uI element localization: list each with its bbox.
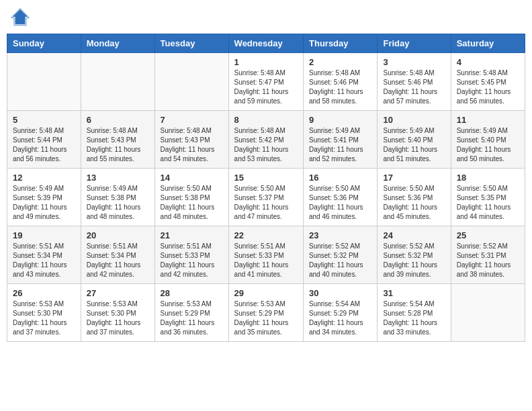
column-header-thursday: Thursday (304, 34, 378, 53)
day-number: 18 (457, 173, 519, 183)
day-number: 19 (13, 230, 75, 240)
day-info: Sunrise: 5:50 AM Sunset: 5:38 PM Dayligh… (161, 184, 223, 222)
calendar-cell: 4Sunrise: 5:48 AM Sunset: 5:45 PM Daylig… (451, 53, 525, 111)
day-number: 2 (309, 57, 371, 67)
day-number: 6 (87, 115, 149, 125)
day-number: 14 (161, 173, 223, 183)
calendar-cell: 23Sunrise: 5:52 AM Sunset: 5:32 PM Dayli… (304, 226, 378, 284)
day-number: 31 (383, 288, 445, 298)
column-header-friday: Friday (378, 34, 451, 53)
day-info: Sunrise: 5:50 AM Sunset: 5:35 PM Dayligh… (457, 184, 519, 222)
day-info: Sunrise: 5:53 AM Sunset: 5:29 PM Dayligh… (161, 300, 223, 337)
day-number: 4 (457, 57, 519, 67)
day-info: Sunrise: 5:54 AM Sunset: 5:28 PM Dayligh… (383, 300, 445, 337)
day-info: Sunrise: 5:50 AM Sunset: 5:36 PM Dayligh… (309, 184, 371, 222)
calendar-cell: 15Sunrise: 5:50 AM Sunset: 5:37 PM Dayli… (228, 169, 303, 226)
day-info: Sunrise: 5:49 AM Sunset: 5:40 PM Dayligh… (457, 126, 519, 164)
day-number: 26 (13, 288, 75, 298)
calendar-cell: 19Sunrise: 5:51 AM Sunset: 5:34 PM Dayli… (7, 226, 81, 284)
day-number: 23 (309, 230, 371, 240)
day-number: 13 (87, 173, 149, 183)
day-info: Sunrise: 5:49 AM Sunset: 5:39 PM Dayligh… (13, 184, 75, 222)
day-info: Sunrise: 5:48 AM Sunset: 5:43 PM Dayligh… (161, 126, 223, 164)
day-number: 24 (383, 230, 445, 240)
day-info: Sunrise: 5:51 AM Sunset: 5:33 PM Dayligh… (234, 242, 298, 279)
calendar-week-row: 5Sunrise: 5:48 AM Sunset: 5:44 PM Daylig… (7, 111, 525, 169)
day-number: 8 (234, 115, 298, 125)
day-info: Sunrise: 5:52 AM Sunset: 5:31 PM Dayligh… (457, 242, 519, 279)
day-info: Sunrise: 5:48 AM Sunset: 5:45 PM Dayligh… (457, 68, 519, 106)
calendar-cell: 26Sunrise: 5:53 AM Sunset: 5:30 PM Dayli… (7, 284, 81, 342)
column-header-monday: Monday (81, 34, 154, 53)
calendar-cell: 16Sunrise: 5:50 AM Sunset: 5:36 PM Dayli… (304, 169, 378, 226)
day-info: Sunrise: 5:48 AM Sunset: 5:47 PM Dayligh… (234, 68, 298, 106)
day-info: Sunrise: 5:49 AM Sunset: 5:40 PM Dayligh… (383, 126, 445, 164)
day-number: 7 (161, 115, 223, 125)
calendar-cell: 11Sunrise: 5:49 AM Sunset: 5:40 PM Dayli… (451, 111, 525, 169)
day-info: Sunrise: 5:54 AM Sunset: 5:29 PM Dayligh… (309, 300, 371, 337)
day-number: 27 (87, 288, 149, 298)
column-header-sunday: Sunday (7, 34, 81, 53)
day-number: 30 (309, 288, 371, 298)
calendar-cell: 10Sunrise: 5:49 AM Sunset: 5:40 PM Dayli… (378, 111, 451, 169)
calendar-cell: 31Sunrise: 5:54 AM Sunset: 5:28 PM Dayli… (378, 284, 451, 342)
calendar-week-row: 26Sunrise: 5:53 AM Sunset: 5:30 PM Dayli… (7, 284, 525, 342)
day-info: Sunrise: 5:51 AM Sunset: 5:34 PM Dayligh… (13, 242, 75, 279)
calendar-week-row: 19Sunrise: 5:51 AM Sunset: 5:34 PM Dayli… (7, 226, 525, 284)
day-number: 25 (457, 230, 519, 240)
svg-marker-0 (13, 9, 28, 25)
calendar-cell: 29Sunrise: 5:53 AM Sunset: 5:29 PM Dayli… (228, 284, 303, 342)
day-number: 28 (161, 288, 223, 298)
day-info: Sunrise: 5:53 AM Sunset: 5:29 PM Dayligh… (234, 300, 298, 337)
day-info: Sunrise: 5:48 AM Sunset: 5:44 PM Dayligh… (13, 126, 75, 164)
day-number: 12 (13, 173, 75, 183)
calendar-cell: 20Sunrise: 5:51 AM Sunset: 5:34 PM Dayli… (81, 226, 154, 284)
day-info: Sunrise: 5:51 AM Sunset: 5:34 PM Dayligh… (87, 242, 149, 279)
calendar-cell: 1Sunrise: 5:48 AM Sunset: 5:47 PM Daylig… (228, 53, 303, 111)
calendar-cell (154, 53, 228, 111)
day-info: Sunrise: 5:53 AM Sunset: 5:30 PM Dayligh… (87, 300, 149, 337)
day-info: Sunrise: 5:49 AM Sunset: 5:41 PM Dayligh… (309, 126, 371, 164)
calendar-cell (451, 284, 525, 342)
day-number: 29 (234, 288, 298, 298)
day-info: Sunrise: 5:48 AM Sunset: 5:43 PM Dayligh… (87, 126, 149, 164)
calendar-cell: 7Sunrise: 5:48 AM Sunset: 5:43 PM Daylig… (154, 111, 228, 169)
calendar-header-row: SundayMondayTuesdayWednesdayThursdayFrid… (7, 34, 525, 53)
logo-icon (10, 7, 30, 27)
calendar-cell: 27Sunrise: 5:53 AM Sunset: 5:30 PM Dayli… (81, 284, 154, 342)
day-info: Sunrise: 5:48 AM Sunset: 5:46 PM Dayligh… (309, 68, 371, 106)
day-number: 20 (87, 230, 149, 240)
day-number: 11 (457, 115, 519, 125)
day-number: 10 (383, 115, 445, 125)
column-header-saturday: Saturday (451, 34, 525, 53)
calendar-cell: 3Sunrise: 5:48 AM Sunset: 5:46 PM Daylig… (378, 53, 451, 111)
day-number: 22 (234, 230, 298, 240)
day-number: 16 (309, 173, 371, 183)
calendar-cell: 17Sunrise: 5:50 AM Sunset: 5:36 PM Dayli… (378, 169, 451, 226)
day-info: Sunrise: 5:49 AM Sunset: 5:38 PM Dayligh… (87, 184, 149, 222)
calendar-cell: 13Sunrise: 5:49 AM Sunset: 5:38 PM Dayli… (81, 169, 154, 226)
calendar-cell (7, 53, 81, 111)
day-number: 5 (13, 115, 75, 125)
day-info: Sunrise: 5:48 AM Sunset: 5:42 PM Dayligh… (234, 126, 298, 164)
calendar-cell: 22Sunrise: 5:51 AM Sunset: 5:33 PM Dayli… (228, 226, 303, 284)
day-info: Sunrise: 5:50 AM Sunset: 5:36 PM Dayligh… (383, 184, 445, 222)
calendar-cell: 18Sunrise: 5:50 AM Sunset: 5:35 PM Dayli… (451, 169, 525, 226)
day-number: 21 (161, 230, 223, 240)
column-header-tuesday: Tuesday (154, 34, 228, 53)
calendar-cell: 25Sunrise: 5:52 AM Sunset: 5:31 PM Dayli… (451, 226, 525, 284)
calendar-cell: 30Sunrise: 5:54 AM Sunset: 5:29 PM Dayli… (304, 284, 378, 342)
day-number: 15 (234, 173, 298, 183)
calendar-cell: 8Sunrise: 5:48 AM Sunset: 5:42 PM Daylig… (228, 111, 303, 169)
calendar-cell: 2Sunrise: 5:48 AM Sunset: 5:46 PM Daylig… (304, 53, 378, 111)
day-info: Sunrise: 5:51 AM Sunset: 5:33 PM Dayligh… (161, 242, 223, 279)
day-number: 9 (309, 115, 371, 125)
calendar-cell (81, 53, 154, 111)
logo (10, 7, 33, 27)
day-number: 1 (234, 57, 298, 67)
day-number: 3 (383, 57, 445, 67)
day-number: 17 (383, 173, 445, 183)
calendar-week-row: 1Sunrise: 5:48 AM Sunset: 5:47 PM Daylig… (7, 53, 525, 111)
calendar-cell: 21Sunrise: 5:51 AM Sunset: 5:33 PM Dayli… (154, 226, 228, 284)
day-info: Sunrise: 5:53 AM Sunset: 5:30 PM Dayligh… (13, 300, 75, 337)
